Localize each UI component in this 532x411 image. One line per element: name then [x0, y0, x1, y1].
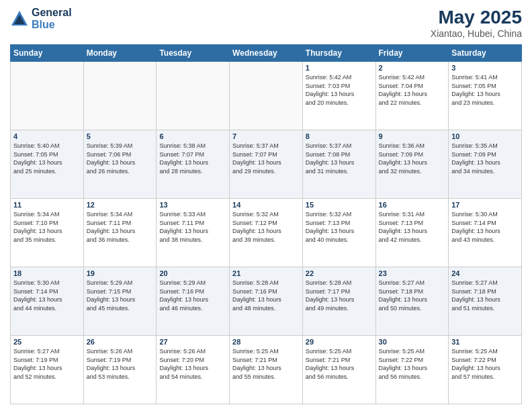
day-info: Sunrise: 5:37 AM Sunset: 7:07 PM Dayligh… — [232, 142, 300, 175]
day-info: Sunrise: 5:25 AM Sunset: 7:22 PM Dayligh… — [379, 347, 446, 381]
day-number: 27 — [159, 338, 226, 346]
day-info: Sunrise: 5:25 AM Sunset: 7:22 PM Dayligh… — [451, 347, 519, 381]
logo-text: General Blue — [32, 7, 72, 30]
day-info: Sunrise: 5:25 AM Sunset: 7:21 PM Dayligh… — [306, 347, 373, 381]
calendar-cell: 29Sunrise: 5:25 AM Sunset: 7:21 PM Dayli… — [302, 336, 375, 404]
day-number: 10 — [451, 132, 519, 140]
day-info: Sunrise: 5:32 AM Sunset: 7:13 PM Dayligh… — [306, 210, 373, 244]
calendar-cell: 10Sunrise: 5:35 AM Sunset: 7:09 PM Dayli… — [449, 130, 522, 199]
calendar-cell: 30Sunrise: 5:25 AM Sunset: 7:22 PM Dayli… — [375, 336, 449, 404]
day-info: Sunrise: 5:27 AM Sunset: 7:18 PM Dayligh… — [451, 279, 519, 312]
calendar-cell: 7Sunrise: 5:37 AM Sunset: 7:07 PM Daylig… — [230, 130, 303, 199]
day-info: Sunrise: 5:40 AM Sunset: 7:05 PM Dayligh… — [13, 142, 81, 175]
day-number: 30 — [379, 338, 446, 346]
weekday-header-row: SundayMondayTuesdayWednesdayThursdayFrid… — [11, 45, 522, 62]
day-info: Sunrise: 5:26 AM Sunset: 7:19 PM Dayligh… — [87, 347, 154, 381]
month-title: May 2025 — [431, 7, 522, 28]
calendar-cell: 13Sunrise: 5:33 AM Sunset: 7:11 PM Dayli… — [157, 199, 230, 267]
week-row-0: 1Sunrise: 5:42 AM Sunset: 7:03 PM Daylig… — [11, 62, 522, 130]
calendar-cell: 6Sunrise: 5:38 AM Sunset: 7:07 PM Daylig… — [157, 130, 230, 199]
day-info: Sunrise: 5:33 AM Sunset: 7:11 PM Dayligh… — [159, 210, 226, 244]
day-info: Sunrise: 5:29 AM Sunset: 7:16 PM Dayligh… — [159, 279, 226, 312]
day-info: Sunrise: 5:29 AM Sunset: 7:15 PM Dayligh… — [87, 279, 154, 312]
day-info: Sunrise: 5:37 AM Sunset: 7:08 PM Dayligh… — [306, 142, 373, 175]
day-number: 25 — [13, 338, 81, 346]
day-number: 1 — [306, 64, 373, 72]
calendar-cell: 1Sunrise: 5:42 AM Sunset: 7:03 PM Daylig… — [302, 62, 375, 130]
day-number: 11 — [13, 201, 81, 209]
day-number: 20 — [159, 269, 226, 277]
week-row-4: 25Sunrise: 5:27 AM Sunset: 7:19 PM Dayli… — [11, 336, 522, 404]
calendar-cell — [83, 62, 157, 130]
calendar-cell: 22Sunrise: 5:28 AM Sunset: 7:17 PM Dayli… — [302, 267, 375, 336]
logo-general: General — [32, 7, 72, 19]
calendar-cell: 14Sunrise: 5:32 AM Sunset: 7:12 PM Dayli… — [230, 199, 303, 267]
day-number: 6 — [159, 132, 226, 140]
title-section: May 2025 Xiantao, Hubei, China — [431, 7, 522, 39]
weekday-header-thursday: Thursday — [302, 45, 375, 62]
weekday-header-friday: Friday — [375, 45, 449, 62]
calendar-cell: 28Sunrise: 5:25 AM Sunset: 7:21 PM Dayli… — [230, 336, 303, 404]
calendar-cell: 4Sunrise: 5:40 AM Sunset: 7:05 PM Daylig… — [11, 130, 84, 199]
day-number: 5 — [87, 132, 154, 140]
week-row-1: 4Sunrise: 5:40 AM Sunset: 7:05 PM Daylig… — [11, 130, 522, 199]
weekday-header-monday: Monday — [83, 45, 157, 62]
calendar-cell: 31Sunrise: 5:25 AM Sunset: 7:22 PM Dayli… — [449, 336, 522, 404]
day-info: Sunrise: 5:31 AM Sunset: 7:13 PM Dayligh… — [379, 210, 446, 244]
day-info: Sunrise: 5:28 AM Sunset: 7:17 PM Dayligh… — [306, 279, 373, 312]
page: General Blue May 2025 Xiantao, Hubei, Ch… — [0, 0, 532, 411]
day-number: 13 — [159, 201, 226, 209]
day-info: Sunrise: 5:39 AM Sunset: 7:06 PM Dayligh… — [87, 142, 154, 175]
day-number: 8 — [306, 132, 373, 140]
day-info: Sunrise: 5:38 AM Sunset: 7:07 PM Dayligh… — [159, 142, 226, 175]
weekday-header-saturday: Saturday — [449, 45, 522, 62]
day-number: 12 — [87, 201, 154, 209]
day-info: Sunrise: 5:27 AM Sunset: 7:19 PM Dayligh… — [13, 347, 81, 381]
logo-blue: Blue — [32, 19, 72, 31]
day-number: 26 — [87, 338, 154, 346]
calendar-cell: 25Sunrise: 5:27 AM Sunset: 7:19 PM Dayli… — [11, 336, 84, 404]
calendar-cell: 3Sunrise: 5:41 AM Sunset: 7:05 PM Daylig… — [449, 62, 522, 130]
day-number: 31 — [451, 338, 519, 346]
day-info: Sunrise: 5:34 AM Sunset: 7:11 PM Dayligh… — [87, 210, 154, 244]
day-number: 22 — [306, 269, 373, 277]
day-number: 29 — [306, 338, 373, 346]
day-number: 23 — [379, 269, 446, 277]
day-info: Sunrise: 5:26 AM Sunset: 7:20 PM Dayligh… — [159, 347, 226, 381]
calendar-cell: 16Sunrise: 5:31 AM Sunset: 7:13 PM Dayli… — [375, 199, 449, 267]
location: Xiantao, Hubei, China — [431, 28, 522, 39]
day-info: Sunrise: 5:32 AM Sunset: 7:12 PM Dayligh… — [232, 210, 300, 244]
day-number: 7 — [232, 132, 300, 140]
calendar-cell: 18Sunrise: 5:30 AM Sunset: 7:14 PM Dayli… — [11, 267, 84, 336]
day-info: Sunrise: 5:30 AM Sunset: 7:14 PM Dayligh… — [451, 210, 519, 244]
header: General Blue May 2025 Xiantao, Hubei, Ch… — [10, 7, 522, 39]
day-number: 21 — [232, 269, 300, 277]
day-number: 3 — [451, 64, 519, 72]
day-number: 15 — [306, 201, 373, 209]
day-number: 28 — [232, 338, 300, 346]
day-number: 16 — [379, 201, 446, 209]
day-number: 19 — [87, 269, 154, 277]
week-row-2: 11Sunrise: 5:34 AM Sunset: 7:10 PM Dayli… — [11, 199, 522, 267]
day-info: Sunrise: 5:25 AM Sunset: 7:21 PM Dayligh… — [232, 347, 300, 381]
weekday-header-sunday: Sunday — [11, 45, 84, 62]
calendar-cell: 23Sunrise: 5:27 AM Sunset: 7:18 PM Dayli… — [375, 267, 449, 336]
calendar-cell: 2Sunrise: 5:42 AM Sunset: 7:04 PM Daylig… — [375, 62, 449, 130]
logo-icon — [10, 9, 29, 28]
day-number: 24 — [451, 269, 519, 277]
day-number: 9 — [379, 132, 446, 140]
day-number: 2 — [379, 64, 446, 72]
calendar-cell: 9Sunrise: 5:36 AM Sunset: 7:09 PM Daylig… — [375, 130, 449, 199]
calendar-cell: 5Sunrise: 5:39 AM Sunset: 7:06 PM Daylig… — [83, 130, 157, 199]
calendar-cell: 26Sunrise: 5:26 AM Sunset: 7:19 PM Dayli… — [83, 336, 157, 404]
calendar-cell — [230, 62, 303, 130]
day-info: Sunrise: 5:27 AM Sunset: 7:18 PM Dayligh… — [379, 279, 446, 312]
logo: General Blue — [10, 7, 72, 30]
day-info: Sunrise: 5:28 AM Sunset: 7:16 PM Dayligh… — [232, 279, 300, 312]
calendar-cell — [157, 62, 230, 130]
week-row-3: 18Sunrise: 5:30 AM Sunset: 7:14 PM Dayli… — [11, 267, 522, 336]
calendar-cell: 27Sunrise: 5:26 AM Sunset: 7:20 PM Dayli… — [157, 336, 230, 404]
day-number: 17 — [451, 201, 519, 209]
calendar-cell: 20Sunrise: 5:29 AM Sunset: 7:16 PM Dayli… — [157, 267, 230, 336]
calendar-cell: 12Sunrise: 5:34 AM Sunset: 7:11 PM Dayli… — [83, 199, 157, 267]
